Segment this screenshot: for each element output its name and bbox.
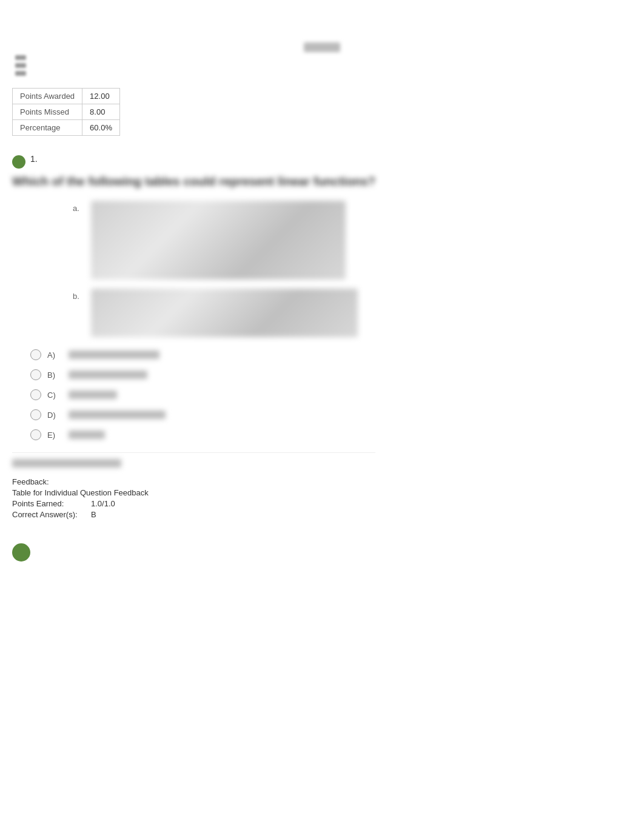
question-number: 1. bbox=[30, 154, 38, 164]
answer-choice-e-text bbox=[69, 431, 105, 439]
answer-choice-c-label: C) bbox=[47, 391, 62, 400]
answer-choice-a-label: A) bbox=[47, 350, 62, 360]
feedback-table-title-row: Table for Individual Question Feedback bbox=[12, 488, 375, 497]
side-icon-line-2 bbox=[15, 63, 26, 68]
answer-choice-e-row: E) bbox=[30, 429, 375, 440]
scores-row-missed: Points Missed 8.00 bbox=[13, 104, 120, 120]
radio-c[interactable] bbox=[30, 389, 41, 400]
feedback-correct-answers-value: B bbox=[91, 510, 96, 519]
answer-choices-container: A) B) C) D) bbox=[30, 349, 375, 440]
feedback-label: Feedback: bbox=[12, 477, 91, 486]
answer-choice-d-label: D) bbox=[47, 411, 62, 420]
question-text: Which of the following tables could repr… bbox=[12, 175, 375, 189]
feedback-label-row: Feedback: bbox=[12, 477, 375, 486]
radio-d[interactable] bbox=[30, 409, 41, 420]
header-area bbox=[304, 42, 340, 52]
side-icons-area bbox=[15, 55, 26, 76]
feedback-points-earned-label: Points Earned: bbox=[12, 499, 91, 508]
feedback-correct-answers-label: Correct Answer(s): bbox=[12, 510, 91, 519]
answer-choice-e-label: E) bbox=[47, 431, 62, 440]
image-choice-a-image bbox=[91, 201, 346, 280]
answer-choice-b-row: B) bbox=[30, 369, 375, 380]
answer-choice-d-text bbox=[69, 411, 166, 419]
radio-b[interactable] bbox=[30, 369, 41, 380]
answer-choice-a-text bbox=[69, 350, 159, 359]
points-missed-label: Points Missed bbox=[13, 104, 82, 120]
answer-choice-c-row: C) bbox=[30, 389, 375, 400]
answer-choice-c-text bbox=[69, 391, 117, 399]
image-choice-a-label: a. bbox=[73, 204, 85, 213]
answer-choice-b-text bbox=[69, 371, 147, 379]
image-choice-b-label: b. bbox=[73, 292, 85, 301]
header-blurred-icon bbox=[304, 42, 340, 52]
feedback-correct-answers-row: Correct Answer(s): B bbox=[12, 510, 375, 519]
scores-row-awarded: Points Awarded 12.00 bbox=[13, 89, 120, 104]
bottom-section-icon bbox=[12, 543, 30, 562]
image-choice-b: b. bbox=[73, 289, 375, 337]
question-section: 1. Which of the following tables could r… bbox=[12, 154, 375, 531]
feedback-points-earned-row: Points Earned: 1.0/1.0 bbox=[12, 499, 375, 508]
radio-a[interactable] bbox=[30, 349, 41, 360]
side-icon-line-1 bbox=[15, 55, 26, 60]
answer-choice-b-label: B) bbox=[47, 371, 62, 380]
answer-choice-d-row: D) bbox=[30, 409, 375, 420]
scores-table: Points Awarded 12.00 Points Missed 8.00 … bbox=[12, 88, 120, 136]
percentage-label: Percentage bbox=[13, 120, 82, 136]
question-icon bbox=[12, 155, 25, 169]
page-container: Points Awarded 12.00 Points Missed 8.00 … bbox=[12, 12, 632, 562]
points-awarded-value: 12.00 bbox=[82, 89, 120, 104]
feedback-points-earned-value: 1.0/1.0 bbox=[91, 499, 115, 508]
points-awarded-label: Points Awarded bbox=[13, 89, 82, 104]
bottom-icon-area bbox=[12, 543, 30, 562]
scores-row-percentage: Percentage 60.0% bbox=[13, 120, 120, 136]
question-number-row: 1. bbox=[12, 154, 375, 169]
feedback-blurred-text bbox=[12, 459, 121, 468]
radio-e[interactable] bbox=[30, 429, 41, 440]
feedback-blurred-area bbox=[12, 459, 375, 472]
answer-choice-a-row: A) bbox=[30, 349, 375, 360]
feedback-section: Feedback: Table for Individual Question … bbox=[12, 452, 375, 519]
image-choice-b-image bbox=[91, 289, 358, 337]
feedback-table-title: Table for Individual Question Feedback bbox=[12, 488, 149, 497]
image-choices-container: a. b. bbox=[73, 201, 375, 337]
image-choice-a: a. bbox=[73, 201, 375, 280]
percentage-value: 60.0% bbox=[82, 120, 120, 136]
points-missed-value: 8.00 bbox=[82, 104, 120, 120]
side-icon-line-3 bbox=[15, 71, 26, 76]
